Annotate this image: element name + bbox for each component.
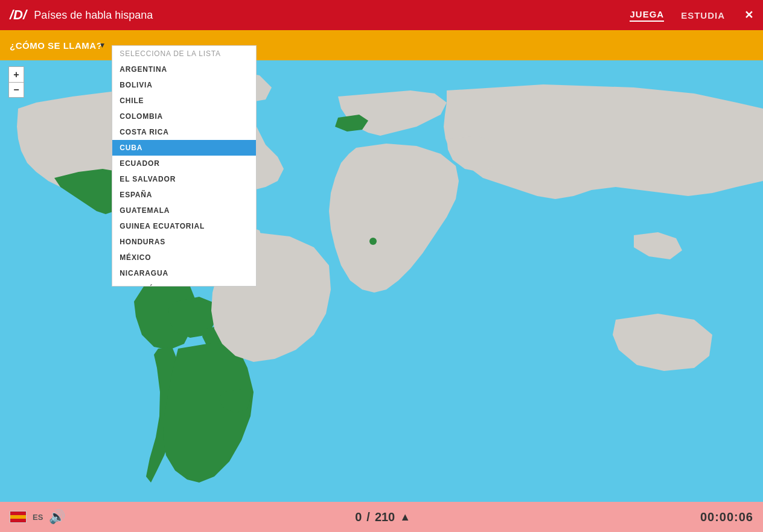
list-item[interactable]: COLOMBIA <box>112 109 256 124</box>
footer-left: ES 🔊 <box>10 509 65 525</box>
list-item[interactable]: GUATEMALA <box>112 203 256 218</box>
lang-code: ES <box>33 513 43 522</box>
score-display: 0 / 210 ▲ <box>65 510 700 524</box>
nav-estudia[interactable]: ESTUDIA <box>681 10 725 21</box>
timer-display: 00:00:06 <box>700 510 753 524</box>
list-item[interactable]: SELECCIONA DE LA LISTA <box>112 46 256 62</box>
nav-juega[interactable]: JUEGA <box>630 9 664 22</box>
footer: ES 🔊 0 / 210 ▲ 00:00:06 <box>0 502 763 532</box>
zoom-controls: + − <box>8 66 24 98</box>
score-total: 210 <box>375 510 395 524</box>
list-item[interactable]: ARGENTINA <box>112 62 256 77</box>
list-item[interactable]: MÉXICO <box>112 250 256 265</box>
list-item[interactable]: EL SALVADOR <box>112 171 256 187</box>
score-divider: / <box>366 510 370 524</box>
svg-point-1 <box>369 238 377 245</box>
list-item[interactable]: CHILE <box>112 93 256 109</box>
list-item[interactable]: CUBA <box>112 140 256 156</box>
score-value: 0 <box>355 510 362 524</box>
list-item[interactable]: NICARAGUA <box>112 265 256 281</box>
question-label: ¿CÓMO SE LLAMA? <box>10 40 102 51</box>
score-arrow-icon[interactable]: ▲ <box>400 511 410 524</box>
list-item[interactable]: HONDURAS <box>112 234 256 250</box>
zoom-in-button[interactable]: + <box>8 66 24 82</box>
list-item[interactable]: ESPAÑA <box>112 187 256 203</box>
header: /D/ Países de habla hispana JUEGA ESTUDI… <box>0 0 763 30</box>
list-item[interactable]: GUINEA ECUATORIAL <box>112 218 256 234</box>
zoom-out-button[interactable]: − <box>8 82 24 98</box>
sound-icon[interactable]: 🔊 <box>49 509 65 525</box>
spain-flag <box>10 511 27 523</box>
list-item[interactable]: ECUADOR <box>112 156 256 171</box>
app-title: Países de habla hispana <box>34 9 630 22</box>
list-item[interactable]: COSTA RICA <box>112 124 256 140</box>
close-button[interactable]: ✕ <box>744 8 753 22</box>
list-item[interactable]: PANAMÁ <box>112 281 256 287</box>
logo: /D/ <box>10 7 27 23</box>
list-item[interactable]: BOLIVIA <box>112 77 256 93</box>
dropdown-list: SELECCIONA DE LA LISTAARGENTINABOLIVIACH… <box>112 45 257 287</box>
toolbar: ¿CÓMO SE LLAMA? SELECCIONA DE LA LISTAAR… <box>0 30 763 60</box>
